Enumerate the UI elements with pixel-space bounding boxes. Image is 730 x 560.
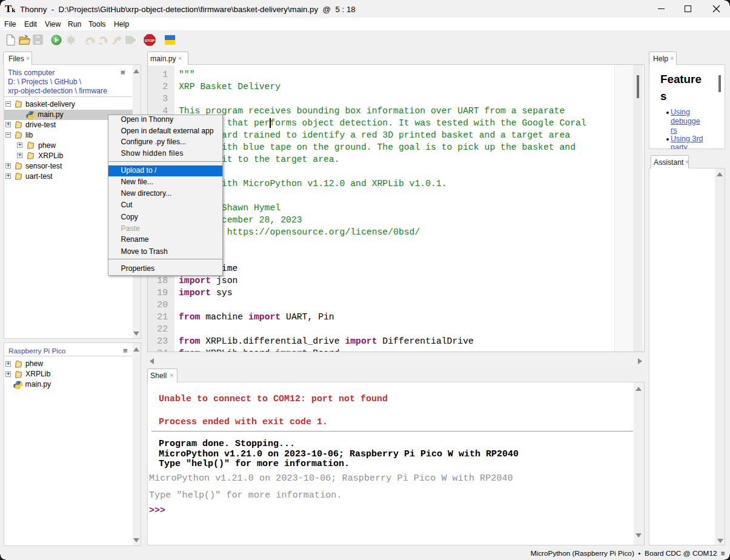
svg-text:STOP: STOP xyxy=(145,38,155,42)
